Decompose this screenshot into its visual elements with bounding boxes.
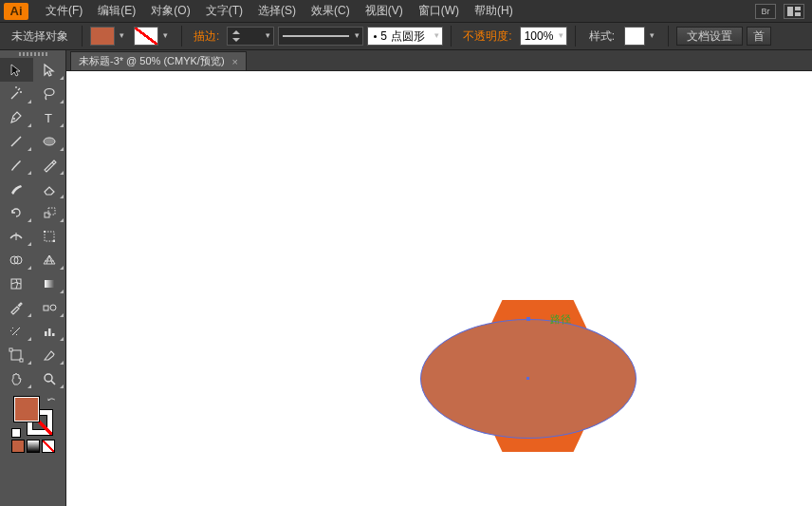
shape-builder-tool[interactable] [0, 248, 33, 272]
svg-line-7 [11, 137, 21, 146]
svg-rect-25 [20, 359, 23, 362]
color-mode-none[interactable] [42, 440, 55, 453]
rotate-tool[interactable] [0, 200, 33, 224]
canvas-wrap: 路径 [66, 71, 812, 506]
gradient-tool[interactable] [33, 272, 66, 295]
svg-rect-17 [45, 280, 54, 288]
preferences-button[interactable]: 首 [747, 27, 771, 46]
document-setup-button[interactable]: 文档设置 [676, 27, 743, 46]
svg-rect-24 [9, 348, 12, 351]
menu-window[interactable]: 窗口(W) [411, 3, 467, 19]
menu-type[interactable]: 文字(T) [198, 3, 250, 19]
svg-rect-0 [787, 7, 793, 16]
color-mode-row [0, 438, 65, 457]
svg-point-26 [45, 374, 52, 382]
menu-effect[interactable]: 效果(C) [304, 3, 358, 19]
center-point-icon[interactable] [526, 377, 529, 380]
color-well: ⤺ [0, 390, 65, 438]
control-bar: 未选择对象 描边: 5 点圆形 不透明度: 100% 样式: 文档设置 首 [0, 22, 812, 50]
opacity-field[interactable]: 100% [520, 27, 567, 46]
document-tab[interactable]: 未标题-3* @ 50% (CMYK/预览) × [70, 51, 247, 70]
arrange-documents-button[interactable] [784, 4, 804, 19]
width-tool[interactable] [0, 224, 33, 248]
style-label: 样式: [583, 28, 620, 45]
svg-rect-13 [53, 240, 55, 242]
magic-wand-tool[interactable] [0, 82, 33, 105]
svg-rect-21 [48, 328, 51, 336]
document-area: 未标题-3* @ 50% (CMYK/预览) × 路径 [66, 50, 812, 506]
svg-rect-11 [45, 232, 54, 241]
stroke-label[interactable]: 描边: [190, 28, 223, 45]
perspective-grid-tool[interactable] [33, 248, 66, 272]
free-transform-tool[interactable] [33, 224, 66, 248]
svg-rect-22 [52, 333, 55, 336]
slice-tool[interactable] [33, 343, 66, 366]
stroke-weight-field[interactable] [227, 27, 274, 46]
line-tool[interactable] [0, 129, 33, 153]
graphic-style-swatch[interactable] [624, 27, 645, 46]
artboard-tool[interactable] [0, 343, 33, 366]
menu-file[interactable]: 文件(F) [38, 3, 90, 19]
lasso-tool[interactable] [33, 82, 66, 105]
document-tab-title: 未标题-3* @ 50% (CMYK/预览) [79, 54, 225, 68]
menu-edit[interactable]: 编辑(E) [90, 3, 143, 19]
workspace: T ⤺ [0, 50, 812, 506]
paintbrush-tool[interactable] [0, 153, 33, 177]
type-tool[interactable]: T [33, 105, 66, 129]
eraser-tool[interactable] [33, 177, 66, 200]
panel-grip[interactable] [0, 50, 65, 58]
svg-rect-2 [795, 12, 801, 16]
document-tab-bar: 未标题-3* @ 50% (CMYK/预览) × [66, 50, 812, 71]
stroke-profile-field[interactable] [278, 27, 363, 46]
blob-brush-tool[interactable] [0, 177, 33, 200]
svg-rect-12 [44, 231, 46, 233]
column-graph-tool[interactable] [33, 319, 66, 343]
ellipse-tool[interactable] [33, 129, 66, 153]
menu-object[interactable]: 对象(O) [143, 3, 197, 19]
pen-tool[interactable] [0, 105, 33, 129]
color-mode-solid[interactable] [11, 440, 25, 453]
close-tab-icon[interactable]: × [232, 56, 238, 67]
direct-selection-tool[interactable] [33, 58, 66, 82]
fill-swatch[interactable] [13, 396, 40, 422]
menu-select[interactable]: 选择(S) [250, 3, 304, 19]
menu-help[interactable]: 帮助(H) [467, 3, 521, 19]
bridge-button[interactable]: Br [755, 4, 776, 19]
canvas[interactable]: 路径 [66, 71, 812, 506]
svg-point-4 [45, 88, 54, 95]
color-mode-gradient[interactable] [27, 440, 40, 453]
fill-color-swatch[interactable] [90, 27, 115, 46]
svg-line-27 [51, 381, 55, 384]
default-fill-stroke-icon[interactable] [11, 428, 21, 438]
selection-state-label: 未选择对象 [6, 28, 74, 45]
tool-panel: T ⤺ [0, 50, 66, 506]
anchor-point-icon[interactable] [526, 317, 530, 321]
hand-tool[interactable] [0, 366, 33, 390]
svg-point-19 [50, 305, 56, 310]
swap-fill-stroke-icon[interactable]: ⤺ [47, 394, 55, 404]
eyedropper-tool[interactable] [0, 295, 33, 319]
symbol-sprayer-tool[interactable] [0, 319, 33, 343]
mesh-tool[interactable] [0, 272, 33, 295]
svg-point-5 [13, 118, 15, 120]
svg-point-8 [44, 138, 55, 145]
svg-rect-20 [45, 331, 47, 336]
selection-tool[interactable] [0, 58, 33, 82]
svg-rect-18 [44, 306, 48, 310]
blend-tool[interactable] [33, 295, 66, 319]
svg-text:T: T [45, 111, 52, 125]
svg-rect-1 [795, 7, 801, 10]
menu-bar: Ai 文件(F) 编辑(E) 对象(O) 文字(T) 选择(S) 效果(C) 视… [0, 0, 812, 22]
menu-view[interactable]: 视图(V) [358, 3, 411, 19]
brush-field[interactable]: 5 点圆形 [367, 27, 443, 46]
pencil-tool[interactable] [33, 153, 66, 177]
app-logo: Ai [4, 3, 28, 20]
stroke-color-swatch[interactable] [134, 27, 158, 46]
opacity-label[interactable]: 不透明度: [459, 28, 515, 45]
scale-tool[interactable] [33, 200, 66, 224]
smart-guide-label: 路径 [550, 312, 571, 327]
zoom-tool[interactable] [33, 366, 66, 390]
svg-rect-16 [11, 279, 21, 289]
